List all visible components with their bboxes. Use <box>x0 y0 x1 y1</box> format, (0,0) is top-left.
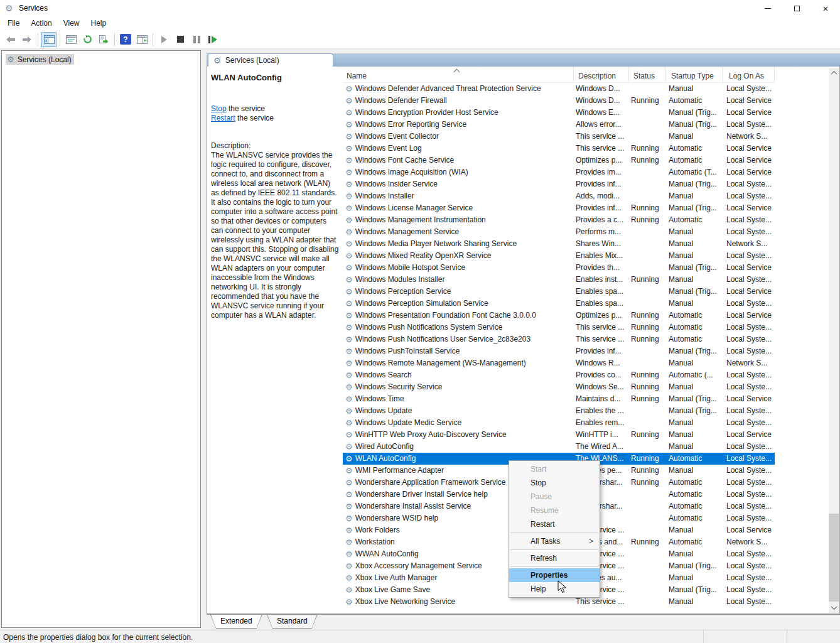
context-menu-item-stop[interactable]: Stop <box>509 476 600 490</box>
cell-startup-type: Manual <box>665 238 723 250</box>
cell-name: ⚙Windows Perception Simulation Service <box>343 298 574 310</box>
table-row[interactable]: ⚙Windows Remote Management (WS-Managemen… <box>343 357 775 369</box>
back-button[interactable] <box>3 32 18 47</box>
table-row[interactable]: ⚙Wired AutoConfigThe Wired A...ManualLoc… <box>343 441 775 453</box>
table-row[interactable]: ⚙Windows Management InstrumentationProvi… <box>343 214 775 226</box>
table-row[interactable]: ⚙Windows Defender Advanced Threat Protec… <box>343 83 775 95</box>
context-menu-item-refresh[interactable]: Refresh <box>509 551 600 565</box>
tab-label: Extended <box>210 615 262 627</box>
cell-startup-type: Manual <box>665 429 723 441</box>
tree-item-label: Services (Local) <box>18 55 72 64</box>
table-row[interactable]: ⚙Windows TimeMaintains d...RunningManual… <box>343 393 775 405</box>
maximize-button[interactable] <box>782 0 811 16</box>
context-menu-item-start[interactable]: Start <box>509 462 600 476</box>
vertical-scrollbar[interactable] <box>829 68 839 613</box>
column-header-description[interactable]: Description <box>574 67 629 83</box>
table-row[interactable]: ⚙Windows SearchProvides co...RunningAuto… <box>343 369 775 381</box>
column-header-status[interactable]: Status <box>629 67 665 83</box>
cell-log-on-as: Local Service <box>723 429 775 441</box>
table-row[interactable]: ⚙Windows Image Acquisition (WIA)Provides… <box>343 166 775 178</box>
tab-standard[interactable]: Standard <box>267 615 318 629</box>
export-list-button[interactable] <box>96 32 111 47</box>
table-row[interactable]: ⚙Windows Push Notifications User Service… <box>343 333 775 345</box>
scrollbar-thumb[interactable] <box>829 514 839 602</box>
table-row[interactable]: ⚙Windows Error Reporting ServiceAllows e… <box>343 119 775 131</box>
table-row[interactable]: ⚙Windows PushToInstall ServiceProvides i… <box>343 345 775 357</box>
scroll-down-button[interactable] <box>829 602 839 613</box>
tab-label: Standard <box>267 615 318 627</box>
table-row[interactable]: ⚙Windows Mobile Hotspot ServiceProvides … <box>343 262 775 274</box>
tab-extended[interactable]: Extended <box>210 615 262 629</box>
refresh-button[interactable] <box>80 32 95 47</box>
table-row[interactable]: ⚙Windows Security ServiceWindows Se...Ru… <box>343 381 775 393</box>
menu-help[interactable]: Help <box>85 17 112 30</box>
context-menu-item-restart[interactable]: Restart <box>509 517 600 531</box>
context-menu-item-properties[interactable]: Properties <box>509 568 600 582</box>
menu-action[interactable]: Action <box>25 17 57 30</box>
context-menu-item-pause[interactable]: Pause <box>509 490 600 504</box>
table-row[interactable]: ⚙Windows Perception ServiceEnables spa..… <box>343 286 775 298</box>
restart-service-button[interactable] <box>205 32 220 47</box>
service-gear-icon: ⚙ <box>345 154 353 166</box>
cell-description: Windows R... <box>574 357 629 369</box>
cell-name: ⚙Windows Remote Management (WS-Managemen… <box>343 357 574 369</box>
service-name: Wondershare Driver Install Service help <box>355 489 488 500</box>
service-name: Windows Installer <box>355 190 414 202</box>
cell-startup-type: Manual <box>665 441 723 453</box>
table-row[interactable]: ⚙Windows Defender FirewallWindows D...Ru… <box>343 95 775 107</box>
table-row[interactable]: ⚙Windows InstallerAdds, modi...ManualLoc… <box>343 190 775 202</box>
table-row[interactable]: ⚙Windows Management ServicePerforms m...… <box>343 226 775 238</box>
properties-button[interactable] <box>63 32 78 47</box>
stop-service-link[interactable]: Stop <box>211 104 227 113</box>
menu-view[interactable]: View <box>58 17 85 30</box>
table-row[interactable]: ⚙Windows Event LogThis service ...Runnin… <box>343 143 775 154</box>
service-gear-icon: ⚙ <box>345 393 353 405</box>
cell-status <box>629 524 665 536</box>
table-row[interactable]: ⚙Windows Mixed Reality OpenXR ServiceEna… <box>343 250 775 262</box>
cell-log-on-as: Local Service <box>723 286 775 298</box>
column-header-startup-type[interactable]: Startup Type <box>665 67 723 83</box>
table-row[interactable]: ⚙Windows Perception Simulation ServiceEn… <box>343 298 775 310</box>
cell-description: Provides inf... <box>574 345 629 357</box>
pause-service-button[interactable] <box>189 32 204 47</box>
cell-log-on-as: Local Syste... <box>723 500 775 512</box>
table-row[interactable]: ⚙Windows Update Medic ServiceEnables rem… <box>343 417 775 429</box>
table-row[interactable]: ⚙Windows Event CollectorThis service ...… <box>343 131 775 143</box>
context-menu-item-resume[interactable]: Resume <box>509 504 600 517</box>
cell-description: Optimizes p... <box>574 310 629 322</box>
service-name: WinHTTP Web Proxy Auto-Discovery Service <box>355 429 507 441</box>
help-button[interactable]: ? <box>118 32 133 47</box>
table-row[interactable]: ⚙Windows Encryption Provider Host Servic… <box>343 107 775 119</box>
table-row[interactable]: ⚙Windows Font Cache ServiceOptimizes p..… <box>343 154 775 166</box>
table-row[interactable]: ⚙Windows UpdateEnables the ...Manual (Tr… <box>343 405 775 417</box>
context-menu-item-help[interactable]: Help <box>509 582 600 596</box>
scroll-up-button[interactable] <box>829 68 839 78</box>
cell-name: ⚙Windows Management Instrumentation <box>343 214 574 226</box>
column-header-log-on-as[interactable]: Log On As <box>723 67 775 83</box>
service-action-links: Stop the service Restart the service <box>211 104 274 123</box>
show-console-tree-button[interactable] <box>41 32 57 47</box>
table-row[interactable]: ⚙Windows Presentation Foundation Font Ca… <box>343 310 775 322</box>
show-action-pane-button[interactable] <box>134 32 149 47</box>
service-name: Windows Update <box>355 405 412 417</box>
restart-service-link[interactable]: Restart <box>211 114 235 122</box>
close-button[interactable]: × <box>811 0 840 16</box>
cell-status <box>629 166 665 178</box>
forward-button[interactable] <box>19 32 35 47</box>
table-row[interactable]: ⚙Windows Insider ServiceProvides inf...M… <box>343 178 775 190</box>
menu-separator <box>510 549 598 550</box>
minimize-button[interactable] <box>753 0 782 16</box>
extended-pane: WLAN AutoConfig Stop the service Restart… <box>207 67 342 613</box>
service-gear-icon: ⚙ <box>345 465 353 477</box>
table-row[interactable]: ⚙WinHTTP Web Proxy Auto-Discovery Servic… <box>343 429 775 441</box>
start-service-button[interactable] <box>156 32 171 47</box>
tree-item-services-local[interactable]: ⚙ Services (Local) <box>6 54 74 65</box>
stop-service-button[interactable] <box>173 32 188 47</box>
menu-file[interactable]: File <box>2 17 25 30</box>
table-row[interactable]: ⚙Windows Modules InstallerEnables inst..… <box>343 274 775 286</box>
table-row[interactable]: ⚙Windows Media Player Network Sharing Se… <box>343 238 775 250</box>
cell-startup-type: Automatic (T... <box>665 166 723 178</box>
context-menu-item-all-tasks[interactable]: All Tasks> <box>509 534 600 548</box>
table-row[interactable]: ⚙Windows Push Notifications System Servi… <box>343 322 775 333</box>
table-row[interactable]: ⚙Windows License Manager ServiceProvides… <box>343 202 775 214</box>
